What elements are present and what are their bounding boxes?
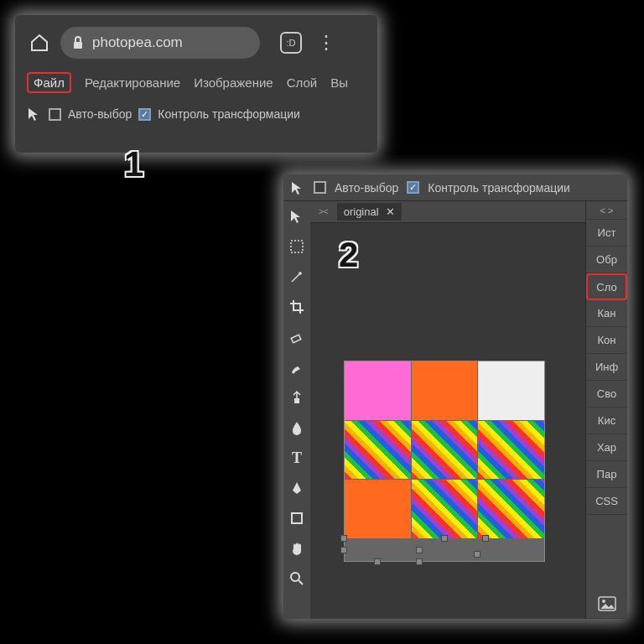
panel-history[interactable]: Ист (586, 220, 627, 247)
document-tab[interactable]: original ✕ (337, 203, 402, 221)
tool-palette: T (283, 201, 310, 619)
marquee-tool[interactable] (287, 236, 307, 257)
panel-layers[interactable]: Сло (586, 273, 627, 300)
panel-paths[interactable]: Кон (586, 327, 627, 354)
browser-header-panel: photopea.com :D ⋮ Файл Редактирование Из… (15, 15, 377, 153)
right-panel-tabs: < > Ист Обр Сло Кан Кон Инф Сво Кис Хар … (585, 201, 627, 619)
transform-handle[interactable] (374, 558, 381, 565)
transform-handle[interactable] (416, 547, 423, 553)
auto-select-checkbox[interactable] (49, 108, 61, 121)
menu-edit[interactable]: Редактирование (85, 75, 180, 90)
browser-actions: :D ⋮ (280, 32, 335, 54)
move-tool-icon[interactable] (27, 106, 42, 122)
transform-handle[interactable] (416, 558, 423, 565)
close-tab-icon[interactable]: ✕ (386, 205, 395, 218)
hand-tool[interactable] (287, 538, 307, 558)
address-bar[interactable]: photopea.com (60, 27, 260, 59)
canvas-image[interactable] (344, 361, 545, 562)
menu-select-truncated[interactable]: Вы (330, 75, 348, 90)
panel-adjust[interactable]: Обр (586, 247, 627, 273)
transform-controls-label: Контроль трансформации (158, 107, 300, 121)
menu-file[interactable]: Файл (27, 72, 71, 93)
transform-controls-checkbox[interactable]: ✓ (138, 108, 151, 121)
transform-handle[interactable] (340, 535, 347, 542)
crop-tool[interactable] (287, 297, 307, 317)
url-text: photopea.com (92, 34, 183, 51)
svg-rect-0 (74, 42, 82, 49)
transform-handle[interactable] (441, 535, 448, 542)
svg-rect-2 (291, 335, 301, 343)
tool-options-bar: Авто-выбор ✓ Контроль трансформации (22, 101, 371, 127)
reader-mode-icon[interactable]: :D (280, 32, 302, 54)
blur-tool[interactable] (287, 418, 307, 438)
svg-rect-4 (292, 513, 302, 523)
menu-image[interactable]: Изображение (194, 75, 273, 90)
transform-controls-label: Контроль трансформации (428, 181, 570, 195)
move-tool[interactable] (287, 206, 307, 226)
svg-rect-1 (291, 241, 303, 252)
svg-rect-3 (294, 398, 299, 403)
brush-tool[interactable] (287, 357, 307, 377)
pen-tool[interactable] (287, 478, 307, 498)
app-menu-bar: Файл Редактирование Изображение Слой Вы (22, 64, 371, 101)
browser-menu-icon[interactable]: ⋮ (317, 32, 335, 54)
eraser-tool[interactable] (287, 327, 307, 347)
browser-bar: photopea.com :D ⋮ (22, 22, 371, 64)
clone-tool[interactable] (287, 387, 307, 408)
document-tab-name: original (344, 205, 379, 218)
menu-layer[interactable]: Слой (287, 75, 317, 90)
auto-select-label: Авто-выбор (68, 107, 132, 121)
svg-point-5 (291, 573, 299, 581)
tab-scroll-icon[interactable]: >< (319, 207, 329, 216)
panel-expand-icon[interactable]: < > (586, 201, 627, 220)
zoom-tool[interactable] (287, 569, 307, 589)
lock-icon (72, 36, 84, 49)
thumbnail-icon[interactable] (586, 589, 627, 619)
panel-channels[interactable]: Кан (586, 300, 627, 327)
transform-handle[interactable] (482, 535, 489, 542)
home-icon[interactable] (29, 32, 50, 54)
transform-handle[interactable] (474, 551, 480, 558)
panel-brush[interactable]: Кис (586, 408, 627, 434)
panel-css[interactable]: CSS (586, 488, 627, 515)
panel-info[interactable]: Инф (586, 354, 627, 381)
panel-paragraph[interactable]: Пар (586, 461, 627, 488)
shape-tool[interactable] (287, 508, 307, 528)
editor-panel: Авто-выбор ✓ Контроль трансформации T ><… (283, 174, 627, 619)
transform-handle[interactable] (340, 547, 347, 553)
transform-controls-checkbox[interactable]: ✓ (407, 181, 419, 194)
wand-tool[interactable] (287, 267, 307, 287)
text-tool[interactable]: T (287, 448, 307, 468)
panel-character[interactable]: Хар (586, 434, 627, 461)
tool-options-bar-2: Авто-выбор ✓ Контроль трансформации (283, 174, 627, 201)
annotation-step-2: 2 (339, 235, 358, 275)
document-tab-bar: >< original ✕ (310, 201, 585, 223)
move-tool-icon[interactable] (290, 180, 305, 195)
svg-point-7 (602, 600, 605, 603)
auto-select-checkbox[interactable] (314, 181, 326, 194)
annotation-step-1: 1 (124, 144, 143, 184)
auto-select-label: Авто-выбор (335, 181, 398, 195)
panel-properties[interactable]: Сво (586, 381, 627, 408)
